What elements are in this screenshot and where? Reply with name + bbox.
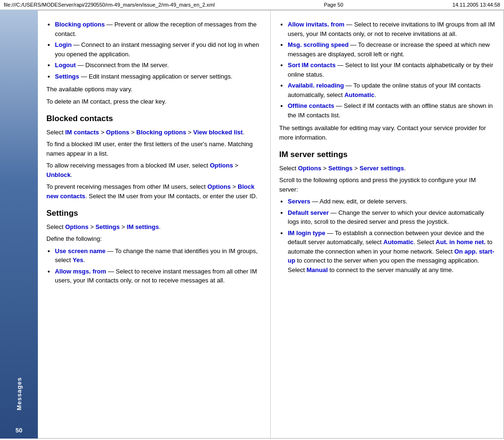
period3: .	[159, 223, 161, 230]
right-item-msg-scroll: Msg. scrolling speed — To decrease or in…	[288, 40, 495, 59]
blocked-select-line: Select IM contacts > Options > Blocking …	[46, 128, 262, 137]
sort-im-link[interactable]: Sort IM contacts	[288, 62, 336, 69]
left-column: Blocking options — Prevent or allow the …	[38, 10, 271, 438]
sidebar: Messages 50	[0, 10, 38, 439]
login-text: — Connect to an instant messaging server…	[55, 41, 259, 58]
sidebar-label: Messages	[16, 377, 23, 410]
top-bar-left: file:///C:/USERS/MODEServer/rapi/2290550…	[4, 2, 215, 8]
blocking-options-link2[interactable]: Blocking options	[136, 129, 186, 136]
page-wrapper: Messages 50 Blocking options — Prevent o…	[0, 10, 504, 439]
gt4: >	[233, 162, 238, 169]
server-settings-link[interactable]: Server settings	[360, 165, 404, 172]
settings-link-intro[interactable]: Settings	[55, 73, 79, 80]
settings-list: Use screen name — To change the name tha…	[46, 246, 262, 285]
offline-link[interactable]: Offline contacts	[288, 102, 334, 109]
intro-list-item-2: Login — Connect to an instant messaging …	[55, 40, 262, 59]
allow-text-pre: To allow receiving messages from a block…	[46, 162, 210, 169]
right-item-allow-invitats: Allow invitats. from — Select to receive…	[288, 20, 495, 38]
intro-list-item-3: Logout — Disconnect from the IM server.	[55, 61, 262, 70]
top-bar: file:///C:/USERS/MODEServer/rapi/2290550…	[0, 0, 504, 10]
gt9: >	[353, 165, 360, 172]
select-settings-line: Select Options > Settings > IM settings.	[46, 222, 262, 232]
gt1: >	[99, 129, 106, 136]
server-item-login-type: IM login type — To establish a connectio…	[288, 229, 495, 275]
options-link5[interactable]: Options	[298, 165, 321, 172]
settings-link3[interactable]: Settings	[328, 165, 353, 172]
delete-text: To delete an IM contact, press the clear…	[46, 97, 262, 106]
gt5: >	[230, 183, 238, 190]
server-list: Servers — Add new, edit, or delete serve…	[279, 197, 495, 274]
unblock-link[interactable]: Unblock	[46, 171, 71, 178]
automatic-link1[interactable]: Automatic	[345, 91, 375, 98]
right-item-availabil: Availabil. reloading — To update the onl…	[288, 81, 495, 99]
period2: .	[71, 171, 72, 178]
servers-link[interactable]: Servers	[288, 198, 310, 205]
allow-receiving-line: To allow receiving messages from a block…	[46, 161, 262, 179]
define-text: Define the following:	[46, 234, 262, 244]
prevent-text-pre: To prevent receiving messages from other…	[46, 183, 207, 190]
select-server-pre: Select	[279, 165, 298, 172]
blocking-options-link[interactable]: Blocking options	[55, 21, 105, 28]
options-link1[interactable]: Options	[106, 129, 129, 136]
right-item-sort-im: Sort IM contacts — Select to list your I…	[288, 61, 495, 79]
logout-text: — Disconnect from the IM server.	[76, 62, 169, 69]
period6: .	[404, 165, 406, 172]
logout-link[interactable]: Logout	[55, 62, 76, 69]
settings-list-item-2: Allow msgs. from — Select to receive ins…	[55, 267, 262, 285]
availabil-link[interactable]: Availabil. reloading	[288, 82, 344, 89]
manual-text: to connect to the server manually at any…	[328, 266, 454, 273]
intro-list-item-4: Settings — Edit instant messaging applic…	[55, 72, 262, 81]
intro-list: Blocking options — Prevent or allow the …	[46, 20, 262, 81]
aut-home-link[interactable]: Aut. in home net.	[436, 238, 486, 246]
options-link2[interactable]: Options	[210, 162, 233, 169]
select-server-line: Select Options > Settings > Server setti…	[279, 164, 495, 173]
gt3: >	[186, 129, 193, 136]
find-text: To find a blocked IM user, enter the fir…	[46, 140, 262, 158]
right-item-offline: Offline contacts — Select if IM contacts…	[288, 101, 495, 120]
gt8: >	[321, 165, 328, 172]
servers-text: — Add new, edit, or delete servers.	[310, 198, 407, 205]
msg-scroll-link[interactable]: Msg. scrolling speed	[288, 41, 349, 48]
login-link[interactable]: Login	[55, 41, 71, 48]
gt7: >	[120, 223, 127, 230]
yes-link[interactable]: Yes	[73, 256, 83, 264]
scroll-text: Scroll to the following options and pres…	[279, 176, 495, 194]
server-item-servers: Servers — Add new, edit, or delete serve…	[288, 197, 495, 206]
server-item-default: Default server — Change the server to wh…	[288, 208, 495, 227]
gt2: >	[129, 129, 136, 136]
prevent-text-post: . Select the IM user from your IM contac…	[85, 193, 257, 200]
prevent-line: To prevent receiving messages from other…	[46, 182, 262, 201]
options-link3[interactable]: Options	[207, 183, 230, 190]
im-settings-link[interactable]: IM settings	[127, 223, 159, 230]
options-link4[interactable]: Options	[65, 223, 88, 230]
default-server-link[interactable]: Default server	[288, 209, 329, 216]
automatic-link2[interactable]: Automatic	[383, 238, 414, 246]
manual-link[interactable]: Manual	[307, 266, 328, 273]
select-aut: . Select	[414, 238, 436, 246]
view-blocked-link[interactable]: View blocked list	[193, 129, 243, 136]
blocked-contacts-heading: Blocked contacts	[46, 113, 262, 125]
use-screen-link[interactable]: Use screen name	[55, 247, 106, 255]
right-column: Allow invitats. from — Select to receive…	[271, 10, 504, 438]
settings-heading: Settings	[46, 207, 262, 220]
available-text: The available options may vary.	[46, 85, 262, 94]
allow-invitats-link[interactable]: Allow invitats. from	[288, 21, 345, 28]
settings-link2[interactable]: Settings	[96, 223, 120, 230]
period5: .	[374, 91, 376, 98]
settings-note: The settings available for editing may v…	[279, 123, 495, 142]
allow-msgs-link[interactable]: Allow msgs. from	[55, 268, 106, 275]
intro-list-item-1: Blocking options — Prevent or allow the …	[55, 20, 262, 38]
select-settings-pre: Select	[46, 223, 65, 230]
im-server-heading: IM server settings	[279, 149, 495, 161]
settings-text: — Edit instant messaging application or …	[79, 73, 232, 80]
top-bar-center: Page 50	[324, 2, 343, 8]
period4: .	[83, 256, 85, 264]
period1: .	[243, 129, 245, 136]
select-text-1: Select	[46, 129, 65, 136]
page-number: 50	[16, 427, 22, 434]
gt6: >	[88, 223, 96, 230]
right-list-top: Allow invitats. from — Select to receive…	[279, 20, 495, 120]
top-bar-right: 14.11.2005 13:44:58	[452, 2, 500, 8]
im-contacts-link[interactable]: IM contacts	[65, 129, 99, 136]
im-login-link[interactable]: IM login type	[288, 229, 325, 237]
